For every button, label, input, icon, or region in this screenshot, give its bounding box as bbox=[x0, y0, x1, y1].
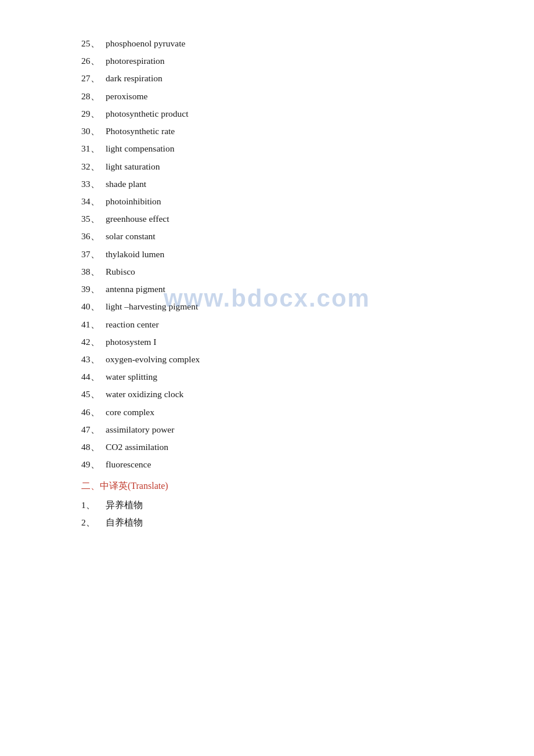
list-item: 36、solar constant bbox=[81, 228, 453, 245]
item-text: 异养植物 bbox=[106, 496, 143, 514]
item-number: 29、 bbox=[81, 105, 106, 123]
item-text: light –harvesting pigment bbox=[106, 298, 198, 315]
section-header: 二、中译英(Translate) bbox=[81, 476, 453, 496]
item-text: photosynthetic product bbox=[106, 105, 189, 123]
item-number: 32、 bbox=[81, 158, 106, 175]
item-number: 41、 bbox=[81, 316, 106, 333]
item-text: thylakoid lumen bbox=[106, 246, 164, 263]
list-item: 31、light compensation bbox=[81, 140, 453, 157]
item-text: solar constant bbox=[106, 228, 156, 245]
list-item: 42、photosystem I bbox=[81, 333, 453, 351]
item-number: 26、 bbox=[81, 52, 106, 70]
list-item: 47、assimilatory power bbox=[81, 421, 453, 438]
item-text: water splitting bbox=[106, 368, 157, 386]
item-text: oxygen-evolving complex bbox=[106, 351, 200, 368]
item-number: 37、 bbox=[81, 246, 106, 263]
item-text: antenna pigment bbox=[106, 280, 165, 298]
item-number: 44、 bbox=[81, 368, 106, 386]
list-item: 37、thylakoid lumen bbox=[81, 246, 453, 263]
item-number: 25、 bbox=[81, 35, 106, 52]
item-text: 自养植物 bbox=[106, 514, 143, 531]
list-item: 26、photorespiration bbox=[81, 52, 453, 70]
item-text: Photosynthetic rate bbox=[106, 123, 175, 140]
item-number: 45、 bbox=[81, 386, 106, 403]
item-text: photorespiration bbox=[106, 52, 165, 70]
list-item: 25、phosphoenol pyruvate bbox=[81, 35, 453, 52]
item-number: 36、 bbox=[81, 228, 106, 245]
item-number: 28、 bbox=[81, 88, 106, 105]
list-item: 2、自养植物 bbox=[81, 514, 453, 531]
item-text: dark respiration bbox=[106, 70, 163, 87]
list-item: 35、greenhouse effect bbox=[81, 210, 453, 228]
item-text: water oxidizing clock bbox=[106, 386, 183, 403]
item-text: peroxisome bbox=[106, 88, 147, 105]
item-text: phosphoenol pyruvate bbox=[106, 35, 185, 52]
list-item: 1、异养植物 bbox=[81, 496, 453, 514]
item-text: assimilatory power bbox=[106, 421, 174, 438]
item-number: 33、 bbox=[81, 175, 106, 193]
item-number: 38、 bbox=[81, 263, 106, 280]
item-number: 46、 bbox=[81, 404, 106, 421]
item-number: 35、 bbox=[81, 210, 106, 228]
item-text: core complex bbox=[106, 404, 154, 421]
item-number: 47、 bbox=[81, 421, 106, 438]
item-text: greenhouse effect bbox=[106, 210, 169, 228]
item-number: 43、 bbox=[81, 351, 106, 368]
item-number: 42、 bbox=[81, 333, 106, 351]
list-item: 48、CO2 assimilation bbox=[81, 438, 453, 456]
item-number: 39、 bbox=[81, 280, 106, 298]
item-number: 27、 bbox=[81, 70, 106, 87]
item-text: light compensation bbox=[106, 140, 174, 157]
list-item: 34、photoinhibition bbox=[81, 193, 453, 210]
list-item: 27、dark respiration bbox=[81, 70, 453, 87]
item-text: photoinhibition bbox=[106, 193, 161, 210]
list-item: 29、photosynthetic product bbox=[81, 105, 453, 123]
item-text: shade plant bbox=[106, 175, 146, 193]
list-item: 49、fluorescence bbox=[81, 456, 453, 473]
item-text: Rubisco bbox=[106, 263, 135, 280]
list-item: 38、Rubisco bbox=[81, 263, 453, 280]
item-text: reaction center bbox=[106, 316, 159, 333]
list-item: 30、Photosynthetic rate bbox=[81, 123, 453, 140]
list-item: 41、reaction center bbox=[81, 316, 453, 333]
list-item: 40、light –harvesting pigment bbox=[81, 298, 453, 315]
item-number: 30、 bbox=[81, 123, 106, 140]
list-item: 45、water oxidizing clock bbox=[81, 386, 453, 403]
item-number: 2、 bbox=[81, 514, 106, 531]
list-item: 28、peroxisome bbox=[81, 88, 453, 105]
item-text: photosystem I bbox=[106, 333, 156, 351]
list-item: 33、shade plant bbox=[81, 175, 453, 193]
list-item: 46、core complex bbox=[81, 404, 453, 421]
list-item: 43、oxygen-evolving complex bbox=[81, 351, 453, 368]
list-item: 39、antenna pigment bbox=[81, 280, 453, 298]
list-item: 44、water splitting bbox=[81, 368, 453, 386]
numbered-list: 25、phosphoenol pyruvate26、photorespirati… bbox=[81, 35, 453, 531]
item-number: 49、 bbox=[81, 456, 106, 473]
item-number: 48、 bbox=[81, 438, 106, 456]
item-number: 1、 bbox=[81, 496, 106, 514]
item-text: light saturation bbox=[106, 158, 160, 175]
item-number: 40、 bbox=[81, 298, 106, 315]
item-text: CO2 assimilation bbox=[106, 438, 168, 456]
item-text: fluorescence bbox=[106, 456, 151, 473]
list-item: 32、light saturation bbox=[81, 158, 453, 175]
item-number: 31、 bbox=[81, 140, 106, 157]
item-number: 34、 bbox=[81, 193, 106, 210]
